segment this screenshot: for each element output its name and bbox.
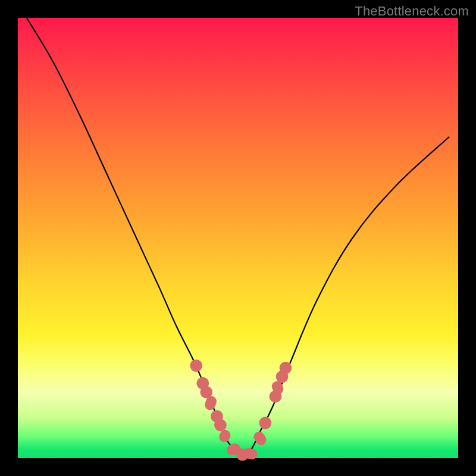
bottleneck-curve <box>27 18 449 456</box>
plot-area <box>18 18 458 458</box>
marker-layer <box>190 359 292 461</box>
curve-marker-dot <box>280 362 292 374</box>
watermark-text: TheBottleneck.com <box>355 4 469 19</box>
curve-marker-dot <box>259 416 272 429</box>
curve-marker-dot <box>190 359 202 372</box>
curve-layer <box>18 18 458 458</box>
curve-marker-dot <box>214 419 227 431</box>
chart-frame: TheBottleneck.com <box>0 0 476 476</box>
